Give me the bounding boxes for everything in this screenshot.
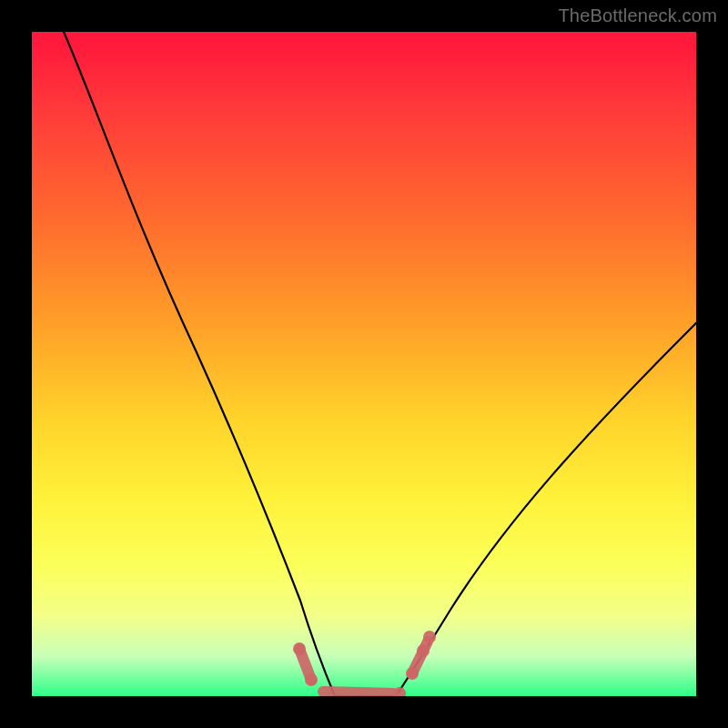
curve-right-branch bbox=[396, 323, 696, 696]
marker-dot bbox=[305, 673, 318, 686]
marker-dot bbox=[406, 667, 419, 680]
marker-segment-floor bbox=[323, 692, 393, 693]
chart-frame: TheBottleneck.com bbox=[0, 0, 728, 728]
watermark-text: TheBottleneck.com bbox=[558, 5, 717, 26]
curve-left-branch bbox=[64, 32, 335, 696]
curve-layer bbox=[32, 32, 696, 696]
marker-dot bbox=[417, 644, 430, 657]
marker-dot bbox=[423, 631, 436, 643]
marker-dot bbox=[293, 642, 306, 655]
plot-area bbox=[32, 32, 696, 696]
